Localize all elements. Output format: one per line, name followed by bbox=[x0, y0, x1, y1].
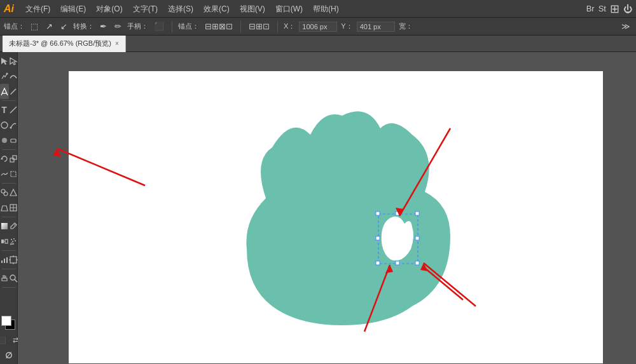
power-icon[interactable]: ⏻ bbox=[623, 4, 632, 14]
handle-mode-btn[interactable]: ⬛ bbox=[152, 22, 166, 31]
zoom-tool[interactable] bbox=[9, 271, 18, 286]
svg-rect-12 bbox=[11, 172, 16, 177]
svg-point-24 bbox=[11, 239, 12, 240]
fill-swatch[interactable] bbox=[1, 316, 11, 326]
gradient-tool[interactable] bbox=[0, 219, 9, 234]
anchor-corner-btn[interactable]: ↙ bbox=[59, 22, 69, 31]
canvas-white bbox=[69, 71, 603, 363]
perspective-tool[interactable] bbox=[0, 200, 9, 215]
mesh-tool[interactable] bbox=[9, 200, 18, 215]
shape-builder-tool[interactable] bbox=[0, 185, 9, 200]
paintbrush-tool[interactable] bbox=[9, 118, 18, 133]
free-transform-tool[interactable] bbox=[9, 166, 18, 182]
none-btn[interactable]: ∅ bbox=[3, 349, 15, 361]
menu-type[interactable]: 文字(T) bbox=[128, 0, 163, 18]
pencil-tool[interactable] bbox=[9, 84, 18, 99]
tool-pair-selection bbox=[0, 53, 18, 69]
hand-tool[interactable] bbox=[0, 271, 9, 286]
divider1 bbox=[172, 21, 172, 32]
menu-select[interactable]: 选择(S) bbox=[163, 0, 198, 18]
x-value-input[interactable] bbox=[299, 22, 337, 32]
canvas-area[interactable] bbox=[18, 52, 636, 364]
live-paint-tool[interactable] bbox=[9, 185, 18, 200]
line-tool[interactable] bbox=[9, 102, 18, 118]
tool-pair-warp bbox=[0, 166, 18, 182]
svg-point-27 bbox=[15, 240, 16, 241]
y-value-input[interactable] bbox=[357, 22, 395, 32]
pen-tool[interactable] bbox=[0, 69, 9, 84]
svg-marker-9 bbox=[1, 158, 3, 159]
svg-point-0 bbox=[6, 73, 8, 75]
graph-tool[interactable] bbox=[0, 252, 9, 267]
svg-point-26 bbox=[12, 241, 13, 242]
separator2 bbox=[2, 149, 16, 150]
anchor-point-tool[interactable] bbox=[0, 84, 9, 99]
menu-file[interactable]: 文件(F) bbox=[20, 0, 55, 18]
more-options-btn[interactable]: ≫ bbox=[619, 22, 632, 31]
convert-btn[interactable]: ✒ bbox=[98, 22, 109, 31]
tool-pair-type: T bbox=[0, 102, 18, 118]
document-tab[interactable]: 未标题-3* @ 66.67% (RGB/预览) × bbox=[3, 36, 126, 52]
bridge-icon[interactable]: Br bbox=[586, 4, 595, 13]
menu-help[interactable]: 帮助(H) bbox=[308, 0, 344, 18]
direct-selection-tool[interactable] bbox=[9, 53, 18, 69]
menu-edit[interactable]: 编辑(E) bbox=[55, 0, 91, 18]
scale-tool[interactable] bbox=[9, 151, 18, 166]
separator7 bbox=[2, 287, 16, 288]
eyedropper-tool[interactable] bbox=[9, 219, 18, 234]
tool-pair-blob bbox=[0, 133, 18, 148]
blob-brush-tool[interactable] bbox=[0, 133, 9, 148]
anchor-label: 锚点： bbox=[4, 22, 25, 31]
toolbar: T bbox=[0, 52, 18, 364]
type-tool[interactable]: T bbox=[0, 102, 9, 118]
tab-label: 未标题-3* @ 66.67% (RGB/预览) bbox=[9, 39, 111, 48]
svg-rect-31 bbox=[10, 257, 17, 263]
color-btn[interactable] bbox=[0, 349, 1, 361]
svg-marker-50 bbox=[53, 149, 61, 157]
default-colors-btn[interactable]: ⬛ bbox=[0, 334, 8, 346]
svg-rect-10 bbox=[10, 158, 14, 162]
menu-effect[interactable]: 效果(C) bbox=[198, 0, 235, 18]
artboard-tool[interactable] bbox=[9, 252, 18, 267]
separator3 bbox=[2, 183, 16, 184]
menu-view[interactable]: 视图(V) bbox=[235, 0, 270, 18]
symbol-sprayer-tool[interactable] bbox=[9, 234, 18, 249]
tool-pair-shapebuilder bbox=[0, 185, 18, 200]
svg-point-5 bbox=[1, 122, 8, 128]
anchor2-label: 锚点： bbox=[178, 22, 199, 31]
align-btns[interactable]: ⊟⊞⊠⊡ bbox=[203, 22, 235, 31]
svg-point-14 bbox=[4, 192, 8, 196]
blend-tool[interactable] bbox=[0, 234, 9, 249]
x-label: X： bbox=[284, 22, 295, 31]
warp-tool[interactable] bbox=[0, 166, 9, 182]
svg-point-6 bbox=[10, 127, 11, 129]
options-bar: 锚点： ⬚ ↗ ↙ 转换： ✒ ✏ 手柄： ⬛ 锚点： ⊟⊞⊠⊡ ⊟⊞⊡ X： … bbox=[0, 18, 636, 36]
main-area: T bbox=[0, 52, 636, 364]
svg-rect-19 bbox=[1, 223, 8, 229]
svg-marker-15 bbox=[1, 206, 8, 211]
selection-tool[interactable] bbox=[0, 53, 9, 69]
menu-object[interactable]: 对象(O) bbox=[91, 0, 127, 18]
tool-pair-anchor bbox=[0, 84, 18, 99]
svg-rect-11 bbox=[13, 156, 17, 159]
svg-rect-29 bbox=[4, 259, 5, 263]
handle-icon[interactable]: ✏ bbox=[113, 22, 123, 31]
tool-pair-blend bbox=[0, 234, 18, 249]
ellipse-tool[interactable] bbox=[0, 118, 9, 133]
svg-rect-21 bbox=[1, 239, 4, 243]
anchor-none-btn[interactable]: ⬚ bbox=[29, 22, 40, 31]
svg-rect-28 bbox=[1, 260, 3, 263]
fill-stroke-swatches[interactable] bbox=[1, 316, 17, 331]
separator1 bbox=[2, 100, 16, 101]
rotate-tool[interactable] bbox=[0, 151, 9, 166]
menu-window[interactable]: 窗口(W) bbox=[270, 0, 308, 18]
curvature-tool[interactable] bbox=[9, 69, 18, 84]
tab-close-btn[interactable]: × bbox=[115, 40, 119, 47]
svg-line-4 bbox=[10, 107, 17, 113]
stock-icon[interactable]: St bbox=[598, 4, 606, 13]
anchor-smooth-btn[interactable]: ↗ bbox=[44, 22, 55, 31]
align2-btns[interactable]: ⊟⊞⊡ bbox=[247, 22, 272, 31]
grid-icon[interactable]: ⊞ bbox=[610, 2, 619, 16]
tool-pair-pen bbox=[0, 69, 18, 84]
eraser-tool[interactable] bbox=[9, 133, 18, 148]
